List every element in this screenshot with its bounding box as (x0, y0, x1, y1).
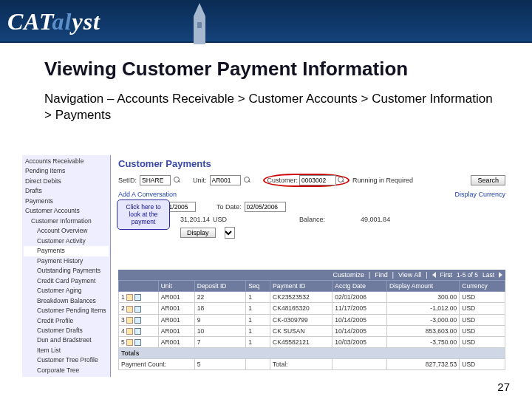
setid-input[interactable] (140, 175, 171, 185)
totals-label: Totals (119, 348, 505, 359)
unit-label: Unit: (193, 177, 207, 184)
lookup-icon[interactable] (174, 177, 181, 184)
tree-item[interactable]: Direct Debits (24, 177, 109, 186)
customer-label: Customer: (267, 177, 299, 184)
setid-label: SetID: (118, 177, 137, 184)
table-row[interactable]: 4 AR001101CK SUSAN10/14/2005853,603.00US… (119, 325, 505, 336)
find-link[interactable]: Find (375, 271, 388, 279)
tree-item[interactable]: Customer Drafts (24, 326, 109, 335)
totals-row: Totals (119, 348, 505, 359)
debits-amount: 31,201.14 (180, 216, 210, 223)
customer-circled: Customer: (263, 174, 350, 187)
debits-currency: USD (213, 216, 227, 223)
col-header[interactable]: Seq (246, 281, 270, 292)
tree-item[interactable]: Payment History (24, 256, 109, 266)
table-row[interactable]: 3 AR00191CK-030979910/14/2005-3,000.00US… (119, 314, 505, 325)
col-header[interactable]: Unit (158, 281, 194, 292)
customer-input[interactable] (299, 175, 336, 185)
doc-icon[interactable] (126, 317, 133, 324)
tree-item[interactable]: Breakdown Balances (24, 296, 109, 306)
col-header[interactable]: Deposit ID (194, 281, 245, 292)
total-label: Total: (270, 359, 332, 370)
doc-icon[interactable] (134, 294, 141, 301)
doc-icon[interactable] (134, 306, 141, 313)
tree-item[interactable]: Credit Profile (24, 316, 109, 326)
tree-item[interactable]: Pending Items (24, 166, 109, 176)
nav-breadcrumb: Navigation – Accounts Receivable > Custo… (44, 91, 502, 123)
tree-item[interactable]: Customer Activity (24, 236, 109, 246)
tree-item[interactable]: Credit Card Payment (24, 276, 109, 286)
table-row[interactable]: 1 AR001221CK2352353202/01/2006300.00USD (119, 292, 505, 303)
display-button[interactable]: Display (180, 228, 216, 238)
col-header[interactable]: Payment ID (270, 281, 332, 292)
tree-item[interactable]: Customer Tree Profile (24, 355, 109, 365)
tree-item[interactable]: Item List (24, 346, 109, 355)
tree-customer-accounts[interactable]: Customer Accounts (24, 206, 109, 216)
payments-table: UnitDeposit IDSeqPayment IDAcctg DateDis… (118, 280, 505, 370)
logo: CATalyst (0, 1, 532, 41)
tree-item[interactable]: Customer Aging (24, 286, 109, 296)
callout-tip: Click here to look at the payment (117, 200, 170, 230)
slide-body: Viewing Customer Payment Information Nav… (0, 43, 532, 123)
main-panel: Customer Payments SetID: Unit: Customer:… (111, 155, 510, 377)
doc-icon[interactable] (134, 317, 141, 324)
display-select[interactable] (225, 227, 235, 239)
lookup-icon[interactable] (338, 177, 345, 184)
tree-item[interactable]: Account Overview (24, 226, 109, 236)
search-button[interactable]: Search (471, 175, 505, 185)
customize-link[interactable]: Customize (333, 271, 365, 279)
page-title: Customer Payments (118, 158, 505, 169)
page-number: 27 (497, 381, 510, 393)
tree-payments[interactable]: Payments (24, 246, 109, 256)
nav-tree: Accounts Receivable Pending ItemsDirect … (22, 155, 111, 377)
payment-count-value: 5 (194, 359, 245, 370)
search-row: SetID: Unit: Customer: Running in Requir… (118, 174, 505, 187)
tree-item[interactable]: Outstanding Payments (24, 266, 109, 276)
nav-range: 1-5 of 5 (457, 271, 478, 279)
first-icon[interactable] (432, 272, 436, 278)
logo-text: CATalyst (7, 8, 100, 35)
last-icon[interactable] (499, 272, 502, 278)
table-row[interactable]: 5 AR00171CK4558212110/03/2005-3,750.00US… (119, 337, 505, 348)
tree-item[interactable]: Payments (24, 197, 109, 206)
tree-customer-info[interactable]: Customer Information (24, 216, 109, 226)
table-row[interactable]: 2 AR001181CK4816532011/17/2005-1,012.00U… (119, 303, 505, 314)
running-label: Running in Required (352, 177, 413, 184)
col-header[interactable]: Display Amount (387, 281, 460, 292)
add-conversation-link[interactable]: Add A Conversation (118, 191, 177, 198)
tree-item[interactable]: Messages (24, 375, 109, 377)
tower-icon (185, 1, 214, 44)
total-amount: 827,732.53 (387, 359, 460, 370)
grid-toolbar: Customize| Find| View All| First 1-5 of … (118, 270, 505, 280)
viewall-link[interactable]: View All (398, 271, 421, 279)
tree-item[interactable]: Dun and Bradstreet (24, 335, 109, 345)
total-currency: USD (460, 359, 505, 370)
display-currency-link[interactable]: Display Currency (454, 191, 505, 198)
balance-amount: 49,001.84 (361, 216, 390, 223)
svg-marker-1 (194, 3, 205, 16)
doc-icon[interactable] (126, 339, 133, 346)
tree-item[interactable]: Corporate Tree (24, 366, 109, 375)
nav-first[interactable]: First (440, 271, 453, 279)
doc-icon[interactable] (126, 306, 133, 313)
col-header[interactable]: Currency (460, 281, 505, 292)
totals-detail-row: Payment Count: 5 Total: 827,732.53 USD (119, 359, 505, 370)
tree-item[interactable]: Customer Pending Items (24, 306, 109, 316)
tree-root[interactable]: Accounts Receivable (24, 157, 109, 166)
lookup-icon[interactable] (244, 177, 251, 184)
tree-item[interactable]: Drafts (24, 186, 109, 196)
to-date-input[interactable] (245, 202, 286, 212)
banner: CATalyst (0, 0, 532, 43)
col-header[interactable]: Acctg Date (332, 281, 387, 292)
doc-icon[interactable] (134, 328, 141, 335)
nav-last[interactable]: Last (482, 271, 494, 279)
col-header[interactable] (119, 281, 159, 292)
app-screenshot: Accounts Receivable Pending ItemsDirect … (22, 155, 510, 377)
doc-icon[interactable] (126, 294, 133, 301)
svg-rect-2 (197, 22, 202, 28)
unit-input[interactable] (210, 175, 241, 185)
balance-label: Balance: (299, 216, 325, 223)
doc-icon[interactable] (126, 328, 133, 335)
payments-grid: Customize| Find| View All| First 1-5 of … (118, 270, 505, 370)
doc-icon[interactable] (134, 339, 141, 346)
